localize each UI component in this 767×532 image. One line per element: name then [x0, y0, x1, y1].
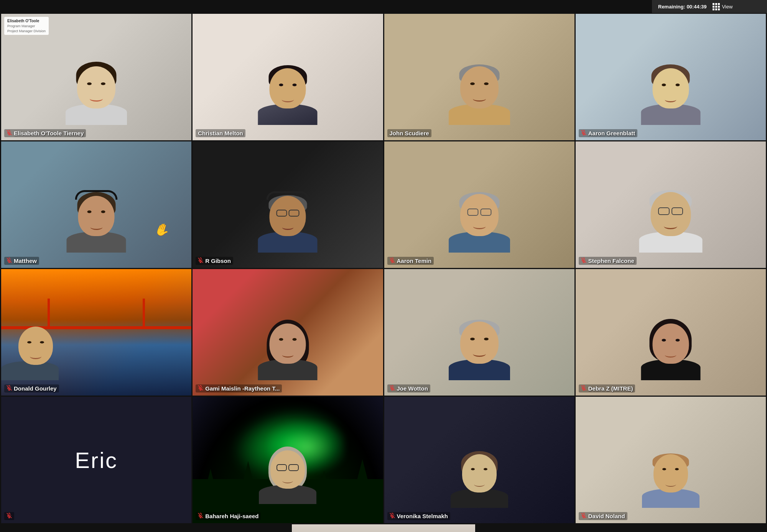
name-label-matthew: Matthew [4, 257, 39, 265]
video-cell-david: David Noland [576, 397, 766, 523]
mute-icon-donald [7, 385, 12, 392]
video-cell-john: John Scudiere [384, 14, 574, 140]
name-label-eric [4, 512, 14, 520]
participant-name-debra: Debra Z (MITRE) [588, 385, 633, 392]
video-cell-eric: Eric [1, 397, 191, 523]
top-bar: Remaining: 00:44:39 View [652, 0, 767, 13]
presenter-overlay: Elisabeth O'Toole Program Manager Projec… [4, 17, 49, 35]
participant-name-joe: Joe Wotton [397, 385, 428, 392]
bottom-row-wrapper: Bobby Blount [1, 524, 766, 532]
participant-name-aaron-g: Aaron Greenblatt [588, 130, 635, 136]
timer: Remaining: 00:44:39 [658, 4, 706, 10]
participant-name-david: David Noland [588, 513, 625, 519]
eric-text-display: Eric [75, 447, 118, 473]
mute-icon-aaron-t [390, 258, 395, 264]
video-cell-donald: Donald Gourley [1, 269, 191, 396]
mute-icon-david [581, 513, 586, 519]
name-label-donald: Donald Gourley [4, 384, 59, 392]
mute-icon-bahareh [198, 513, 203, 519]
name-label-david: David Noland [579, 512, 627, 520]
video-cell-rgibson: R Gibson [193, 141, 383, 268]
participant-name-bahareh: Bahareh Haji-saeed [205, 513, 258, 519]
mute-icon-debra [581, 385, 586, 392]
mute-icon-eric [7, 513, 12, 519]
participant-name-matthew: Matthew [14, 258, 37, 264]
name-label-rgibson: R Gibson [196, 257, 233, 265]
video-cell-matthew: ✋ Matthew [1, 141, 191, 268]
name-label-debra: Debra Z (MITRE) [579, 384, 635, 392]
name-label-veronika: Veronika Stelmakh [387, 512, 450, 520]
participant-name-donald: Donald Gourley [14, 385, 57, 392]
name-label-joe: Joe Wotton [387, 384, 430, 392]
video-cell-joe: Joe Wotton [384, 269, 574, 396]
video-cell-aaron-g: Aaron Greenblatt [576, 14, 766, 140]
name-label-gami: Gami Maislin -Raytheon T... [196, 384, 282, 392]
video-cell-stephen: Stephen Falcone [576, 141, 766, 268]
video-cell-veronika: Veronika Stelmakh [384, 397, 574, 523]
name-label-aaron-t: Aaron Temin [387, 257, 434, 265]
mute-icon-rgibson [198, 258, 203, 264]
participant-name-christian: Christian Melton [198, 130, 243, 136]
participant-name-veronika: Veronika Stelmakh [397, 513, 448, 519]
grid-icon [713, 3, 720, 10]
mute-icon-matthew [7, 258, 12, 264]
view-label: View [722, 4, 732, 10]
participant-name-rgibson: R Gibson [205, 258, 231, 264]
view-button[interactable]: View [713, 3, 732, 10]
mute-icon-joe [390, 385, 395, 392]
video-cell-bahareh: Bahareh Haji-saeed [193, 397, 383, 523]
participant-name-stephen: Stephen Falcone [588, 258, 634, 264]
mute-icon-gami [198, 385, 203, 392]
video-cell-christian: Christian Melton [193, 14, 383, 140]
video-cell-aaron-t: Aaron Temin [384, 141, 574, 268]
name-label-bahareh: Bahareh Haji-saeed [196, 512, 261, 520]
video-cell-gami: Gami Maislin -Raytheon T... [193, 269, 383, 396]
name-label-aaron-g: Aaron Greenblatt [579, 129, 638, 137]
name-label-christian: Christian Melton [196, 129, 245, 137]
mute-icon-elisabeth [7, 130, 12, 136]
name-label-john: John Scudiere [387, 129, 431, 137]
mute-icon-veronika [390, 513, 395, 519]
video-cell-debra: Debra Z (MITRE) [576, 269, 766, 396]
participant-name-elisabeth: Elisabeth O'Toole Tierney [14, 130, 84, 136]
participant-name-gami: Gami Maislin -Raytheon T... [205, 385, 280, 392]
mute-icon-aaron-g [581, 130, 586, 136]
participant-name-aaron-t: Aaron Temin [397, 258, 432, 264]
name-label-stephen: Stephen Falcone [579, 257, 637, 265]
mute-icon-stephen [581, 258, 586, 264]
video-cell-bobby: Bobby Blount [292, 524, 476, 532]
participant-name-john: John Scudiere [390, 130, 429, 136]
video-grid: Elisabeth O'Toole Program Manager Projec… [0, 0, 767, 532]
name-label-elisabeth: Elisabeth O'Toole Tierney [4, 129, 86, 137]
video-cell-elisabeth: Elisabeth O'Toole Program Manager Projec… [1, 14, 191, 140]
